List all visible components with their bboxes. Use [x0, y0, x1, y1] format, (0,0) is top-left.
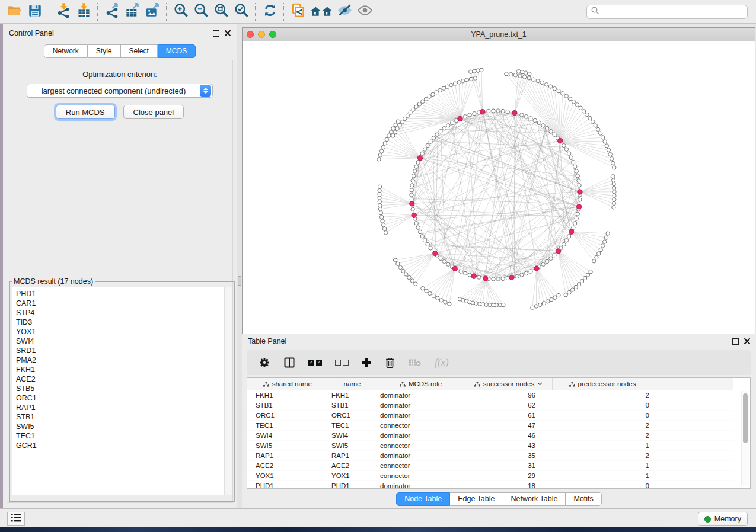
table-cell[interactable]: dominator	[377, 411, 465, 421]
network-node[interactable]	[410, 188, 413, 192]
table-scrollbar-thumb[interactable]	[743, 393, 748, 443]
table-cell[interactable]: 61	[465, 411, 552, 421]
network-node[interactable]	[610, 157, 613, 161]
zoom-in-button[interactable]	[171, 2, 191, 21]
list-item[interactable]: TEC1	[16, 431, 232, 441]
network-edge[interactable]	[520, 76, 560, 141]
mcds-dominator-node[interactable]	[412, 213, 416, 217]
table-cell[interactable]: FKH1	[328, 390, 377, 400]
list-item[interactable]: SWI4	[16, 336, 232, 346]
column-header-shared-name[interactable]: shared name	[247, 378, 328, 390]
network-node[interactable]	[379, 211, 382, 214]
network-node[interactable]	[463, 114, 467, 118]
network-edge[interactable]	[382, 151, 420, 158]
network-node[interactable]	[553, 254, 556, 257]
network-edge[interactable]	[532, 207, 579, 271]
network-node[interactable]	[583, 276, 586, 280]
network-node[interactable]	[595, 255, 598, 259]
network-node[interactable]	[414, 165, 418, 168]
network-node[interactable]	[468, 113, 471, 117]
network-node[interactable]	[585, 113, 589, 116]
table-cell[interactable]: 31	[465, 461, 552, 471]
network-node[interactable]	[428, 95, 431, 98]
table-cell[interactable]: YOX1	[247, 471, 328, 481]
network-node[interactable]	[407, 275, 411, 279]
network-node[interactable]	[577, 282, 580, 286]
network-node[interactable]	[524, 271, 528, 275]
list-item[interactable]: STP4	[16, 308, 232, 318]
network-node[interactable]	[561, 92, 564, 95]
network-node[interactable]	[573, 222, 577, 225]
network-node[interactable]	[599, 132, 602, 135]
network-node[interactable]	[534, 305, 538, 308]
network-edge[interactable]	[466, 278, 485, 301]
network-edge[interactable]	[504, 214, 578, 279]
network-edge[interactable]	[486, 129, 547, 278]
network-node[interactable]	[416, 161, 420, 164]
network-node[interactable]	[603, 240, 607, 243]
network-node[interactable]	[604, 236, 608, 239]
network-node[interactable]	[502, 303, 505, 306]
network-node[interactable]	[378, 200, 381, 203]
network-node[interactable]	[520, 113, 524, 117]
network-node[interactable]	[442, 86, 445, 90]
network-node[interactable]	[596, 127, 599, 131]
mcds-dominator-node[interactable]	[417, 156, 422, 161]
close-panel-icon[interactable]	[744, 336, 750, 347]
network-node[interactable]	[537, 121, 541, 124]
network-node[interactable]	[400, 120, 404, 124]
network-node[interactable]	[391, 127, 395, 130]
network-node[interactable]	[531, 306, 534, 309]
memory-button[interactable]: Memory	[698, 512, 748, 526]
network-node[interactable]	[398, 265, 402, 269]
table-scrollbar[interactable]	[741, 391, 749, 486]
network-node[interactable]	[575, 103, 579, 107]
network-node[interactable]	[564, 293, 567, 297]
network-node[interactable]	[501, 109, 505, 113]
list-item[interactable]: STB1	[16, 412, 232, 422]
network-node[interactable]	[544, 82, 548, 86]
network-node[interactable]	[423, 148, 426, 151]
network-node[interactable]	[549, 129, 553, 133]
network-node[interactable]	[379, 149, 383, 153]
network-node[interactable]	[461, 79, 465, 83]
network-edge[interactable]	[532, 268, 537, 307]
network-node[interactable]	[501, 277, 505, 280]
network-node[interactable]	[605, 144, 608, 148]
table-row[interactable]: FKH1FKH1dominator962	[247, 390, 733, 400]
network-edge[interactable]	[486, 175, 578, 278]
table-cell[interactable]: dominator	[377, 481, 465, 489]
network-node[interactable]	[439, 129, 442, 133]
tab-select[interactable]: Select	[121, 44, 158, 58]
network-node[interactable]	[540, 81, 544, 84]
network-node[interactable]	[575, 217, 578, 220]
network-node[interactable]	[546, 259, 549, 263]
network-node[interactable]	[444, 300, 447, 304]
network-node[interactable]	[611, 161, 615, 165]
network-node[interactable]	[473, 69, 476, 73]
network-node[interactable]	[506, 110, 509, 113]
network-node[interactable]	[403, 117, 407, 120]
network-edge[interactable]	[433, 268, 455, 296]
table-cell[interactable]: ORC1	[247, 411, 328, 421]
network-node[interactable]	[549, 257, 553, 260]
network-edge[interactable]	[449, 268, 455, 304]
close-panel-icon[interactable]	[225, 28, 231, 39]
network-edge[interactable]	[400, 254, 435, 268]
network-node[interactable]	[589, 270, 592, 273]
network-node[interactable]	[442, 126, 446, 130]
network-edge[interactable]	[486, 278, 503, 305]
list-item[interactable]: PMA2	[16, 355, 232, 365]
network-node[interactable]	[410, 279, 414, 283]
network-node[interactable]	[378, 188, 381, 192]
network-node[interactable]	[562, 242, 566, 246]
network-node[interactable]	[531, 78, 535, 81]
network-node[interactable]	[421, 286, 425, 290]
list-item[interactable]: STB5	[16, 384, 232, 393]
network-edge[interactable]	[379, 191, 412, 204]
network-node[interactable]	[572, 161, 575, 164]
network-node[interactable]	[576, 174, 579, 178]
network-edge[interactable]	[391, 132, 420, 158]
network-edge[interactable]	[515, 72, 519, 113]
network-edge[interactable]	[406, 254, 435, 274]
